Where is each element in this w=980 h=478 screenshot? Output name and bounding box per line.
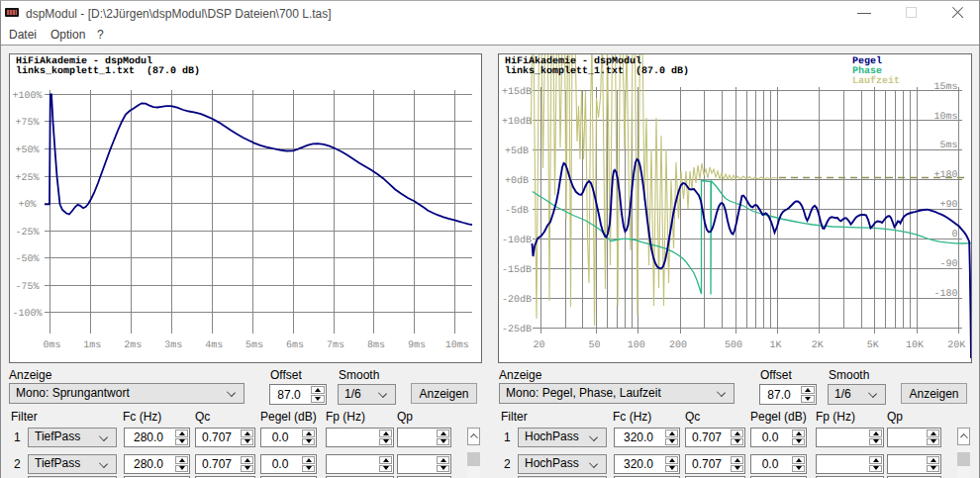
svg-text:+0%: +0% <box>18 200 36 211</box>
svg-text:-90: -90 <box>939 259 957 270</box>
svg-text:-20dB: -20dB <box>502 294 532 306</box>
svg-text:+10dB: +10dB <box>502 116 532 128</box>
svg-text:500: 500 <box>725 340 742 351</box>
svg-text:7ms: 7ms <box>327 340 344 351</box>
svg-text:+0dB: +0dB <box>505 175 529 187</box>
svg-text:50: 50 <box>588 340 600 351</box>
svg-text:-25dB: -25dB <box>502 324 532 335</box>
svg-text:links_komplett_1.txt (87.0 dB: links_komplett_1.txt (87.0 dB) <box>16 65 200 77</box>
svg-text:-75%: -75% <box>15 282 39 293</box>
svg-text:-50%: -50% <box>15 254 39 265</box>
svg-text:20: 20 <box>533 340 544 351</box>
svg-text:200: 200 <box>669 340 687 351</box>
svg-text:10ms: 10ms <box>933 112 957 123</box>
svg-text:+15dB: +15dB <box>502 86 532 98</box>
svg-text:6ms: 6ms <box>286 340 304 351</box>
svg-text:5ms: 5ms <box>939 141 957 151</box>
svg-text:5ms: 5ms <box>245 340 263 351</box>
svg-text:-10dB: -10dB <box>502 235 532 246</box>
svg-text:-25%: -25% <box>15 228 39 239</box>
svg-text:+50%: +50% <box>15 145 39 156</box>
svg-text:20K: 20K <box>947 340 965 351</box>
svg-text:+75%: +75% <box>15 118 39 129</box>
svg-text:10ms: 10ms <box>445 340 469 351</box>
svg-text:+5dB: +5dB <box>505 145 529 157</box>
svg-text:-180: -180 <box>933 289 957 300</box>
svg-text:-5dB: -5dB <box>505 205 529 217</box>
svg-text:+25%: +25% <box>15 173 39 184</box>
svg-text:-15dB: -15dB <box>502 264 532 276</box>
svg-text:+90: +90 <box>939 200 957 211</box>
svg-text:4ms: 4ms <box>205 340 223 351</box>
svg-text:5K: 5K <box>867 340 879 351</box>
svg-text:100: 100 <box>628 340 645 351</box>
svg-text:-100%: -100% <box>12 309 42 320</box>
svg-text:10K: 10K <box>906 340 924 351</box>
svg-text:0: 0 <box>951 230 957 240</box>
svg-text:9ms: 9ms <box>408 340 426 351</box>
svg-text:+180: +180 <box>933 170 957 181</box>
svg-text:1K: 1K <box>769 340 781 351</box>
svg-text:3ms: 3ms <box>164 340 182 351</box>
svg-text:0ms: 0ms <box>43 340 60 351</box>
svg-text:Laufzeit: Laufzeit <box>852 75 900 87</box>
svg-text:15ms: 15ms <box>933 82 957 93</box>
svg-text:links_komplett_1.txt (87.0 dB: links_komplett_1.txt (87.0 dB) <box>505 65 689 77</box>
svg-text:1ms: 1ms <box>83 340 101 351</box>
svg-text:2ms: 2ms <box>124 340 142 351</box>
svg-text:8ms: 8ms <box>367 340 385 351</box>
svg-text:+100%: +100% <box>12 91 42 102</box>
svg-text:2K: 2K <box>812 340 824 351</box>
